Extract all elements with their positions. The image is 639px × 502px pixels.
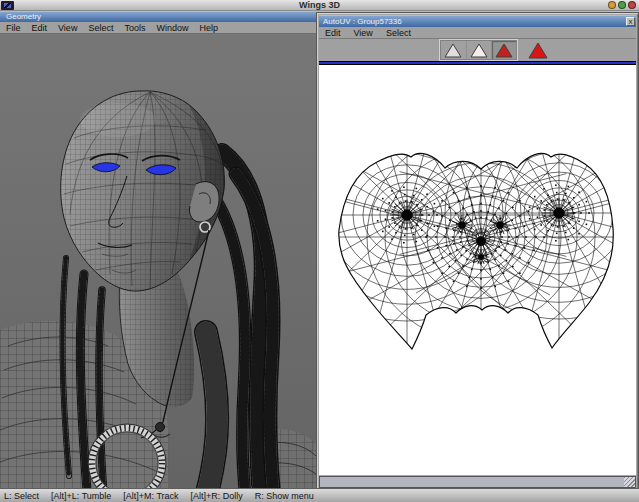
maximize-button[interactable] — [618, 1, 626, 9]
autouv-statusstrip — [319, 476, 636, 488]
triangle-red-standalone-button[interactable] — [525, 41, 551, 60]
status-left-click: L: Select — [4, 491, 39, 501]
geometry-window-label: Geometry — [6, 12, 41, 21]
os-titlebar[interactable]: Wings 3D — [0, 0, 639, 11]
app-icon — [1, 1, 14, 10]
triangle-red-icon — [495, 43, 513, 58]
autouv-title: AutoUV : Group57336 — [323, 17, 402, 26]
menu-file[interactable]: File — [6, 23, 21, 33]
head-wireframe-model — [0, 34, 316, 488]
close-button[interactable] — [628, 1, 636, 9]
status-show-menu: R: Show menu — [255, 491, 314, 501]
triangle-light-icon — [444, 43, 462, 58]
autouv-close-button[interactable]: x — [626, 17, 635, 26]
menu-window[interactable]: Window — [156, 23, 188, 33]
menu-select[interactable]: Select — [88, 23, 113, 33]
minimize-button[interactable] — [608, 1, 616, 9]
triangle-white-icon — [470, 43, 488, 58]
autouv-toolbar — [319, 39, 636, 61]
triangle-light-button[interactable] — [441, 41, 466, 59]
menu-edit[interactable]: Edit — [32, 23, 48, 33]
uv-wireframe-map — [319, 65, 635, 475]
status-bar: L: Select [Alt]+L: Tumble [Alt]+M: Track… — [0, 488, 639, 502]
triangle-red-button[interactable] — [491, 41, 516, 59]
status-tumble: [Alt]+L: Tumble — [51, 491, 111, 501]
autouv-menu-edit[interactable]: Edit — [325, 28, 341, 38]
autouv-menu-select[interactable]: Select — [386, 28, 411, 38]
status-dolly: [Alt]+R: Dolly — [191, 491, 243, 501]
window-title: Wings 3D — [0, 0, 639, 10]
resize-grip[interactable] — [624, 477, 635, 487]
window-buttons — [608, 1, 636, 9]
autouv-menu-view[interactable]: View — [354, 28, 373, 38]
triangle-red-standalone-icon — [528, 42, 548, 59]
menu-view[interactable]: View — [58, 23, 77, 33]
cord-knot — [156, 423, 165, 432]
autouv-window: AutoUV : Group57336 x Edit View Select — [316, 12, 639, 491]
autouv-canvas[interactable] — [319, 65, 636, 475]
status-track: [Alt]+M: Track — [123, 491, 178, 501]
menu-tools[interactable]: Tools — [124, 23, 145, 33]
wings3d-window: Wings 3D Geometry File Edit View Select … — [0, 0, 639, 502]
triangle-button-group — [439, 39, 518, 61]
menu-help[interactable]: Help — [199, 23, 218, 33]
autouv-titlebar[interactable]: AutoUV : Group57336 x — [319, 15, 636, 27]
autouv-menubar: Edit View Select — [319, 27, 636, 39]
triangle-white-button[interactable] — [466, 41, 491, 59]
